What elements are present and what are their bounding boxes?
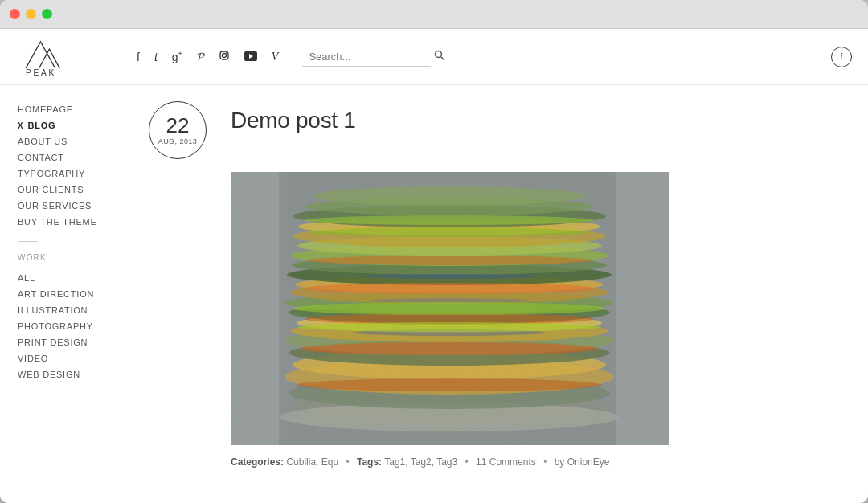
nav-label-typography: TYPOGRAPHY: [18, 169, 85, 178]
sidebar-item-blog[interactable]: x BLOG: [18, 117, 108, 133]
maximize-button[interactable]: [42, 9, 52, 19]
logo-icon: PEAK: [16, 33, 72, 77]
sidebar-item-web-design[interactable]: WEB DESIGN: [18, 366, 108, 382]
pinterest-icon[interactable]: 𝓟: [197, 50, 204, 63]
search-area: [302, 47, 448, 67]
svg-point-2: [222, 54, 226, 58]
nav-label-clients: OUR CLIENTS: [18, 185, 84, 194]
sidebar-item-clients[interactable]: OUR CLIENTS: [18, 182, 108, 198]
search-input[interactable]: [302, 47, 431, 67]
tags-label: Tags:: [357, 456, 382, 468]
categories: Cubilia, Equ: [286, 456, 338, 468]
main-nav: HOMEPAGE x BLOG ABOUT US CONTACT TYPOGRA…: [18, 101, 108, 230]
sidebar-item-video[interactable]: VIDEO: [18, 350, 108, 366]
twitter-icon[interactable]: t: [154, 51, 158, 63]
svg-rect-45: [231, 172, 669, 445]
sidebar-item-buy-theme[interactable]: BUY THE THEME: [18, 214, 108, 230]
google-plus-icon[interactable]: g+: [172, 50, 182, 63]
sidebar-item-about[interactable]: ABOUT US: [18, 133, 108, 149]
sidebar-item-art-direction[interactable]: ART DIRECTION: [18, 286, 108, 302]
author-link[interactable]: OnionEye: [567, 456, 610, 468]
site-header: PEAK f t g+ 𝓟: [0, 29, 868, 85]
post-footer: Categories: Cubilia, Equ • Tags: Tag1, T…: [231, 456, 844, 468]
nav-label-blog: BLOG: [27, 121, 55, 130]
browser-content: PEAK f t g+ 𝓟: [0, 29, 868, 503]
nav-label-about: ABOUT US: [18, 137, 68, 146]
post-header: 22 AUG, 2013 Demo post 1: [149, 101, 844, 159]
minimize-button[interactable]: [26, 9, 36, 19]
svg-point-6: [436, 51, 442, 58]
svg-text:PEAK: PEAK: [26, 68, 56, 77]
comments-link[interactable]: 11 Comments: [476, 456, 536, 468]
author-prefix: by: [555, 456, 565, 468]
post-image-container: [231, 172, 669, 445]
instagram-icon[interactable]: [219, 50, 230, 63]
work-nav: ALL ART DIRECTION ILLUSTRATION PHOTOGRAP…: [18, 270, 108, 382]
search-button[interactable]: [431, 47, 448, 67]
vimeo-icon[interactable]: V: [272, 51, 279, 63]
sidebar-item-print-design[interactable]: PRINT DESIGN: [18, 334, 108, 350]
nav-label-contact: CONTACT: [18, 153, 64, 162]
nav-label-homepage: HOMEPAGE: [18, 104, 73, 114]
browser-titlebar: [0, 0, 868, 29]
content-area: 22 AUG, 2013 Demo post 1: [125, 85, 868, 503]
close-button[interactable]: [10, 9, 20, 19]
post-image-art: [231, 172, 669, 445]
sidebar-item-photography[interactable]: PHOTOGRAPHY: [18, 318, 108, 334]
date-day: 22: [166, 115, 190, 136]
post-title: Demo post 1: [231, 108, 356, 133]
info-button[interactable]: i: [831, 47, 852, 67]
svg-rect-49: [604, 172, 669, 445]
nav-label-buy-theme: BUY THE THEME: [18, 217, 97, 227]
sidebar-item-homepage[interactable]: HOMEPAGE: [18, 101, 108, 117]
sidebar-item-typography[interactable]: TYPOGRAPHY: [18, 166, 108, 182]
sidebar-item-illustration[interactable]: ILLUSTRATION: [18, 302, 108, 318]
work-label: WORK: [18, 253, 108, 262]
tags: Tag1, Tag2, Tag3: [384, 456, 457, 468]
svg-rect-48: [231, 172, 295, 445]
active-marker: x: [18, 121, 23, 130]
logo-area: PEAK: [16, 33, 121, 80]
nav-label-services: OUR SERVICES: [18, 201, 92, 211]
svg-line-7: [441, 57, 445, 61]
date-circle: 22 AUG, 2013: [149, 101, 207, 159]
sidebar: HOMEPAGE x BLOG ABOUT US CONTACT TYPOGRA…: [0, 85, 125, 503]
youtube-icon[interactable]: [244, 51, 257, 63]
nav-divider: [18, 241, 38, 242]
sidebar-item-services[interactable]: OUR SERVICES: [18, 198, 108, 214]
categories-label: Categories:: [231, 456, 284, 468]
main-layout: HOMEPAGE x BLOG ABOUT US CONTACT TYPOGRA…: [0, 85, 868, 503]
svg-point-3: [227, 52, 227, 53]
sidebar-item-contact[interactable]: CONTACT: [18, 149, 108, 166]
social-icons: f t g+ 𝓟 V: [137, 50, 278, 63]
facebook-icon[interactable]: f: [137, 51, 140, 63]
post-image: [231, 172, 669, 445]
sidebar-item-all[interactable]: ALL: [18, 270, 108, 286]
browser-window: PEAK f t g+ 𝓟: [0, 0, 868, 503]
date-month-year: AUG, 2013: [158, 137, 198, 145]
